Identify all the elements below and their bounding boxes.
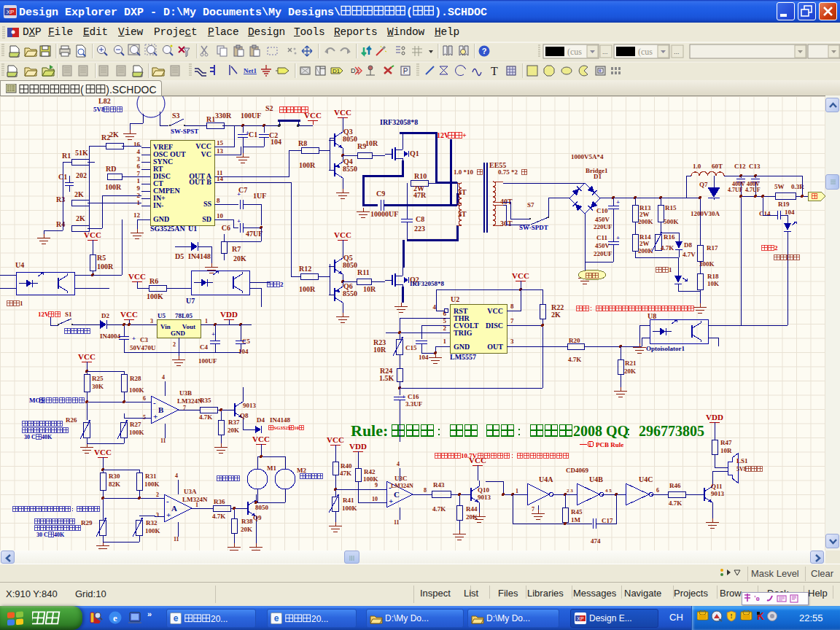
svg-text:MOS: MOS [29,397,44,404]
svg-text:R21: R21 [625,359,637,367]
svg-text:4: 4 [162,374,165,381]
svg-text:R15: R15 [665,204,677,211]
svg-text:VCC: VCC [120,310,138,319]
svg-text:C6: C6 [222,224,230,232]
svg-text:...: ... [674,48,680,55]
svg-text:7: 7 [532,506,534,513]
svg-text:0.3R: 0.3R [791,183,804,190]
svg-text:8050: 8050 [343,135,357,143]
svg-text:Rule:: Rule: [351,421,388,440]
svg-text:M2: M2 [297,467,306,474]
svg-text:C11: C11 [596,234,608,241]
svg-text:C3: C3 [140,336,148,343]
svg-text:2W: 2W [639,211,650,218]
svg-text:10: 10 [217,212,224,219]
svg-text:200K: 200K [638,247,653,254]
svg-text:(cus: (cus [567,47,582,57]
svg-text:R10: R10 [414,172,427,180]
svg-text:Q1: Q1 [410,149,419,158]
svg-text:Q10: Q10 [478,486,490,494]
svg-text:296773805: 296773805 [639,423,704,439]
svg-text:+: + [153,412,158,421]
svg-text:XP: XP [7,9,15,15]
svg-text:+: + [462,131,467,139]
svg-text:R1: R1 [206,115,215,123]
svg-text:R8: R8 [298,139,307,147]
svg-text:!: ! [731,612,733,620]
svg-text:3.3UF: 3.3UF [405,400,423,408]
svg-text:PCB Rule: PCB Rule [596,441,623,448]
svg-text:R12: R12 [299,265,311,273]
svg-text:C13: C13 [749,163,761,170]
svg-text:C8: C8 [416,215,424,223]
svg-text:Design Explorer DXP - D:\My Do: Design Explorer DXP - D:\My Documents\My… [19,7,341,19]
svg-text:1: 1 [137,177,141,184]
svg-text:20...: 20... [311,614,328,624]
svg-text:2 3: 2 3 [567,488,573,494]
svg-text:IN4004: IN4004 [100,332,121,340]
svg-text:SG3525AN: SG3525AN [150,225,186,233]
svg-text:C12: C12 [734,163,746,170]
svg-text:B: B [158,405,164,414]
svg-text:S7: S7 [527,201,534,209]
svg-text:VCC: VCC [334,230,351,239]
svg-text:10R: 10R [373,346,386,354]
svg-text:220UF: 220UF [594,223,612,230]
svg-text:A: A [171,504,177,513]
svg-text:30 C: 30 C [36,532,48,538]
svg-text:C1: C1 [249,131,257,139]
svg-text:D8: D8 [684,241,692,249]
svg-text:+: + [389,497,393,505]
svg-text:16: 16 [133,141,141,148]
svg-text:2K: 2K [76,214,85,222]
svg-text:20K: 20K [241,526,252,533]
svg-text:VCC: VCC [128,272,146,281]
svg-text:100K: 100K [144,481,160,488]
svg-text:).SCHDOC: ).SCHDOC [435,7,487,19]
svg-text:R46: R46 [669,482,681,489]
svg-text:IN4148: IN4148 [188,252,211,260]
svg-text:40K: 40K [54,532,65,538]
svg-text:4.7V: 4.7V [682,251,696,258]
svg-text:R7: R7 [232,245,241,253]
svg-text:SW-SPST: SW-SPST [171,128,198,135]
svg-text:R18: R18 [707,273,719,280]
svg-text:VCC: VCC [78,352,96,361]
svg-text:40K: 40K [42,434,52,440]
svg-text:R35: R35 [200,397,211,404]
svg-text:VCC: VCC [84,230,101,239]
svg-text:1: 1 [205,318,208,324]
svg-text:SG3525: SG3525 [273,425,291,431]
svg-text:SS: SS [203,200,212,208]
svg-text:R30: R30 [109,472,120,480]
svg-text:20K: 20K [624,368,636,375]
svg-text:LM324N: LM324N [177,397,203,405]
svg-text:D1: D1 [332,68,341,74]
svg-text:VC: VC [201,150,211,158]
svg-text:»: » [147,611,152,618]
svg-text:...: ... [602,48,608,55]
svg-text:R45: R45 [571,508,583,516]
svg-text:2K: 2K [74,190,84,198]
svg-text:LM324N: LM324N [391,483,413,489]
svg-text:4 5: 4 5 [605,488,612,494]
svg-text:VDD: VDD [706,413,723,421]
svg-text:3: 3 [510,338,514,345]
svg-text:VDD: VDD [220,310,238,319]
svg-text:Q11: Q11 [711,483,723,490]
svg-text:(: ( [406,7,413,19]
svg-text:).SCHDOC: ).SCHDOC [106,84,156,96]
svg-text:-: - [153,398,156,407]
svg-text:S2: S2 [265,104,273,112]
svg-text:R31: R31 [145,472,157,480]
svg-text:2008 QQ: 2008 QQ [573,423,629,439]
svg-text:8550: 8550 [343,165,357,173]
svg-text:VCC: VCC [327,435,344,444]
svg-text:U3A: U3A [184,488,197,495]
svg-text:C16: C16 [408,393,419,400]
svg-text:GND: GND [171,330,186,337]
svg-text:IN4148: IN4148 [270,416,291,424]
svg-text:4.7UF: 4.7UF [745,187,761,193]
svg-text:300K: 300K [699,260,715,268]
svg-text:VCC: VCC [334,108,351,117]
